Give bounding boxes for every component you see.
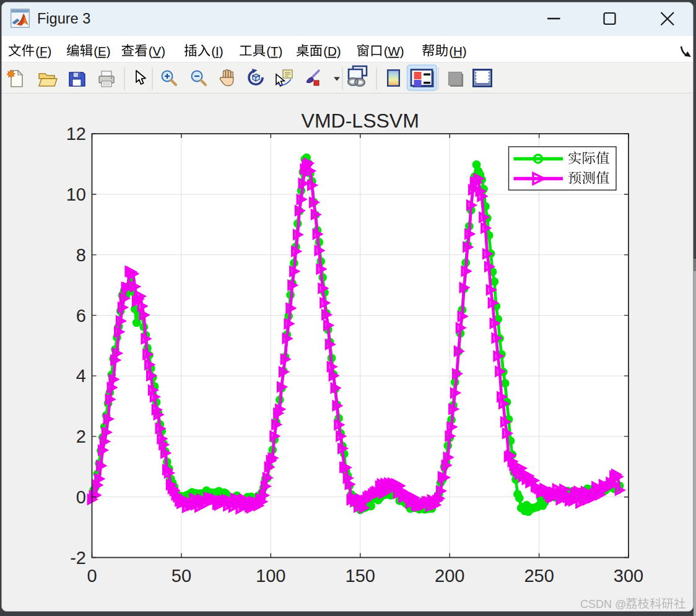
svg-text:0: 0 — [76, 487, 86, 507]
svg-text:VMD-LSSVM: VMD-LSSVM — [302, 110, 419, 132]
svg-text:CSDN @: CSDN @ — [580, 598, 626, 610]
svg-text:10: 10 — [66, 184, 86, 204]
svg-text:200: 200 — [435, 566, 464, 586]
svg-text:0: 0 — [87, 566, 97, 586]
svg-text:300: 300 — [614, 566, 643, 586]
svg-text:6: 6 — [76, 306, 86, 326]
svg-text:2: 2 — [76, 427, 86, 446]
svg-text:12: 12 — [66, 124, 86, 144]
svg-text:8: 8 — [76, 245, 86, 265]
svg-text:100: 100 — [256, 566, 285, 586]
svg-text:50: 50 — [172, 566, 191, 586]
svg-text:250: 250 — [524, 566, 554, 586]
svg-text:-2: -2 — [70, 548, 86, 568]
svg-text:150: 150 — [346, 566, 375, 586]
svg-text:4: 4 — [76, 366, 86, 386]
